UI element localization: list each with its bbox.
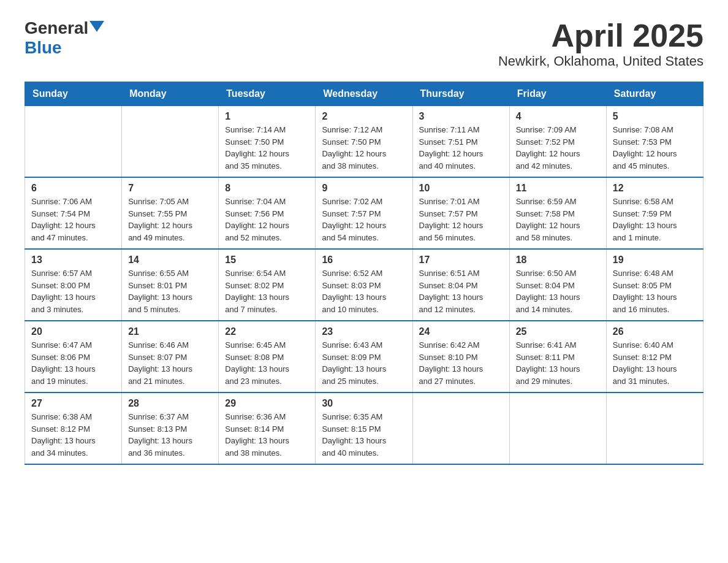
day-info: Sunrise: 7:14 AM Sunset: 7:50 PM Dayligh…	[225, 124, 309, 172]
header-saturday: Saturday	[606, 82, 703, 106]
table-row: 6Sunrise: 7:06 AM Sunset: 7:54 PM Daylig…	[25, 177, 122, 249]
table-row: 18Sunrise: 6:50 AM Sunset: 8:04 PM Dayli…	[509, 249, 606, 321]
table-row: 11Sunrise: 6:59 AM Sunset: 7:58 PM Dayli…	[509, 177, 606, 249]
table-row: 12Sunrise: 6:58 AM Sunset: 7:59 PM Dayli…	[606, 177, 703, 249]
day-info: Sunrise: 6:58 AM Sunset: 7:59 PM Dayligh…	[613, 196, 697, 243]
day-number: 17	[419, 255, 503, 266]
day-number: 15	[225, 255, 309, 266]
day-number: 14	[128, 255, 212, 266]
table-row	[412, 393, 509, 464]
day-number: 9	[322, 183, 406, 194]
day-info: Sunrise: 7:11 AM Sunset: 7:51 PM Dayligh…	[419, 124, 503, 172]
day-number: 7	[128, 183, 212, 194]
table-row: 10Sunrise: 7:01 AM Sunset: 7:57 PM Dayli…	[412, 177, 509, 249]
day-number: 6	[31, 183, 115, 194]
day-number: 13	[31, 255, 115, 266]
day-info: Sunrise: 6:55 AM Sunset: 8:01 PM Dayligh…	[128, 267, 212, 315]
table-row: 5Sunrise: 7:08 AM Sunset: 7:53 PM Daylig…	[606, 106, 703, 178]
day-number: 5	[613, 111, 697, 122]
day-number: 4	[516, 111, 600, 122]
day-number: 27	[31, 398, 115, 409]
table-row: 25Sunrise: 6:41 AM Sunset: 8:11 PM Dayli…	[509, 321, 606, 393]
table-row	[509, 393, 606, 464]
calendar-header-row: Sunday Monday Tuesday Wednesday Thursday…	[25, 82, 703, 106]
logo-general: General	[25, 18, 88, 38]
day-number: 23	[322, 326, 406, 337]
header-thursday: Thursday	[412, 82, 509, 106]
table-row: 20Sunrise: 6:47 AM Sunset: 8:06 PM Dayli…	[25, 321, 122, 393]
day-number: 18	[516, 255, 600, 266]
table-row: 26Sunrise: 6:40 AM Sunset: 8:12 PM Dayli…	[606, 321, 703, 393]
day-info: Sunrise: 6:50 AM Sunset: 8:04 PM Dayligh…	[516, 267, 600, 315]
day-info: Sunrise: 6:45 AM Sunset: 8:08 PM Dayligh…	[225, 339, 309, 387]
title-block: April 2025 Newkirk, Oklahoma, United Sta…	[498, 18, 703, 69]
table-row: 7Sunrise: 7:05 AM Sunset: 7:55 PM Daylig…	[122, 177, 219, 249]
calendar-subtitle: Newkirk, Oklahoma, United States	[498, 53, 703, 69]
day-number: 24	[419, 326, 503, 337]
day-info: Sunrise: 7:09 AM Sunset: 7:52 PM Dayligh…	[516, 124, 600, 172]
table-row: 15Sunrise: 6:54 AM Sunset: 8:02 PM Dayli…	[219, 249, 316, 321]
day-info: Sunrise: 6:47 AM Sunset: 8:06 PM Dayligh…	[31, 339, 115, 387]
table-row: 16Sunrise: 6:52 AM Sunset: 8:03 PM Dayli…	[316, 249, 412, 321]
day-number: 12	[613, 183, 697, 194]
day-info: Sunrise: 6:36 AM Sunset: 8:14 PM Dayligh…	[225, 411, 309, 459]
calendar-table: Sunday Monday Tuesday Wednesday Thursday…	[25, 82, 703, 465]
table-row: 19Sunrise: 6:48 AM Sunset: 8:05 PM Dayli…	[606, 249, 703, 321]
day-info: Sunrise: 6:42 AM Sunset: 8:10 PM Dayligh…	[419, 339, 503, 387]
day-number: 25	[516, 326, 600, 337]
table-row: 9Sunrise: 7:02 AM Sunset: 7:57 PM Daylig…	[316, 177, 412, 249]
logo: General Blue	[25, 18, 104, 58]
day-number: 29	[225, 398, 309, 409]
header-monday: Monday	[122, 82, 219, 106]
day-info: Sunrise: 6:43 AM Sunset: 8:09 PM Dayligh…	[322, 339, 406, 387]
calendar-week-row: 27Sunrise: 6:38 AM Sunset: 8:12 PM Dayli…	[25, 393, 703, 464]
day-info: Sunrise: 6:54 AM Sunset: 8:02 PM Dayligh…	[225, 267, 309, 315]
day-number: 19	[613, 255, 697, 266]
day-info: Sunrise: 7:08 AM Sunset: 7:53 PM Dayligh…	[613, 124, 697, 172]
day-number: 20	[31, 326, 115, 337]
table-row: 30Sunrise: 6:35 AM Sunset: 8:15 PM Dayli…	[316, 393, 412, 464]
day-number: 3	[419, 111, 503, 122]
day-number: 1	[225, 111, 309, 122]
day-info: Sunrise: 6:48 AM Sunset: 8:05 PM Dayligh…	[613, 267, 697, 315]
day-number: 30	[322, 398, 406, 409]
day-number: 2	[322, 111, 406, 122]
page-header: General Blue April 2025 Newkirk, Oklahom…	[25, 18, 703, 69]
logo-triangle-icon	[89, 21, 104, 32]
day-info: Sunrise: 6:40 AM Sunset: 8:12 PM Dayligh…	[613, 339, 697, 387]
day-info: Sunrise: 6:35 AM Sunset: 8:15 PM Dayligh…	[322, 411, 406, 459]
day-number: 28	[128, 398, 212, 409]
table-row: 21Sunrise: 6:46 AM Sunset: 8:07 PM Dayli…	[122, 321, 219, 393]
day-number: 16	[322, 255, 406, 266]
calendar-week-row: 20Sunrise: 6:47 AM Sunset: 8:06 PM Dayli…	[25, 321, 703, 393]
table-row	[25, 106, 122, 178]
header-tuesday: Tuesday	[219, 82, 316, 106]
table-row: 1Sunrise: 7:14 AM Sunset: 7:50 PM Daylig…	[219, 106, 316, 178]
day-info: Sunrise: 6:41 AM Sunset: 8:11 PM Dayligh…	[516, 339, 600, 387]
header-wednesday: Wednesday	[316, 82, 412, 106]
header-sunday: Sunday	[25, 82, 122, 106]
day-number: 21	[128, 326, 212, 337]
table-row: 29Sunrise: 6:36 AM Sunset: 8:14 PM Dayli…	[219, 393, 316, 464]
day-info: Sunrise: 7:05 AM Sunset: 7:55 PM Dayligh…	[128, 196, 212, 243]
day-info: Sunrise: 7:04 AM Sunset: 7:56 PM Dayligh…	[225, 196, 309, 243]
table-row: 24Sunrise: 6:42 AM Sunset: 8:10 PM Dayli…	[412, 321, 509, 393]
day-info: Sunrise: 6:38 AM Sunset: 8:12 PM Dayligh…	[31, 411, 115, 459]
table-row: 22Sunrise: 6:45 AM Sunset: 8:08 PM Dayli…	[219, 321, 316, 393]
logo-blue: Blue	[25, 38, 62, 58]
day-number: 26	[613, 326, 697, 337]
header-friday: Friday	[509, 82, 606, 106]
day-number: 10	[419, 183, 503, 194]
day-info: Sunrise: 7:02 AM Sunset: 7:57 PM Dayligh…	[322, 196, 406, 243]
table-row: 8Sunrise: 7:04 AM Sunset: 7:56 PM Daylig…	[219, 177, 316, 249]
calendar-title: April 2025	[498, 18, 703, 53]
day-number: 8	[225, 183, 309, 194]
table-row: 4Sunrise: 7:09 AM Sunset: 7:52 PM Daylig…	[509, 106, 606, 178]
calendar-week-row: 1Sunrise: 7:14 AM Sunset: 7:50 PM Daylig…	[25, 106, 703, 178]
day-info: Sunrise: 6:59 AM Sunset: 7:58 PM Dayligh…	[516, 196, 600, 243]
table-row: 3Sunrise: 7:11 AM Sunset: 7:51 PM Daylig…	[412, 106, 509, 178]
day-info: Sunrise: 6:51 AM Sunset: 8:04 PM Dayligh…	[419, 267, 503, 315]
table-row: 2Sunrise: 7:12 AM Sunset: 7:50 PM Daylig…	[316, 106, 412, 178]
calendar-week-row: 13Sunrise: 6:57 AM Sunset: 8:00 PM Dayli…	[25, 249, 703, 321]
day-info: Sunrise: 7:01 AM Sunset: 7:57 PM Dayligh…	[419, 196, 503, 243]
